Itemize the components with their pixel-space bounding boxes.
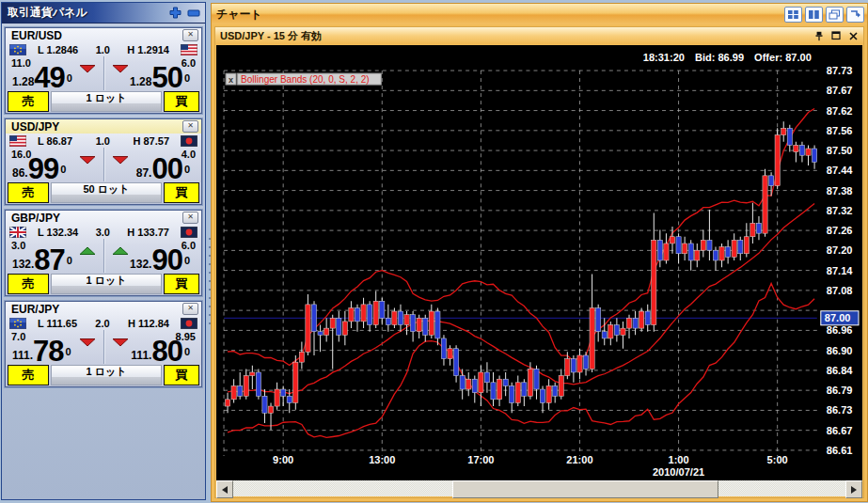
bid-prefix: 86. (12, 165, 28, 181)
pair-panel-eur-usd: EUR/USD✕L 1.28461.0H 1.291411.01.284906.… (5, 27, 202, 114)
bid-price-area[interactable]: 16.086.990 (6, 148, 104, 181)
svg-text:21:00: 21:00 (566, 454, 592, 465)
add-pair-button[interactable] (167, 7, 182, 20)
bid-big-digits: 99 (28, 157, 58, 181)
svg-text:86.90: 86.90 (827, 345, 853, 356)
buy-button[interactable]: 買 (164, 274, 199, 294)
svg-text:87.14: 87.14 (827, 265, 853, 276)
svg-text:86.73: 86.73 (827, 404, 853, 416)
lot-selector[interactable]: 1 ロット (51, 91, 162, 112)
ask-big-digits: 50 (151, 66, 181, 90)
scroll-right-button[interactable] (845, 480, 862, 498)
chart-child-titlebar: USD/JPY - 15 分 有効 (215, 27, 863, 44)
svg-text:17:00: 17:00 (467, 454, 494, 465)
chart-child-title: USD/JPY - 15 分 有効 (215, 29, 813, 43)
svg-text:87.50: 87.50 (827, 145, 853, 156)
ask-arrow-icon (112, 151, 129, 161)
pair-close-icon[interactable]: ✕ (182, 212, 198, 224)
lot-label: 1 ロット (52, 366, 161, 377)
chart-titlebar: チャート (212, 4, 867, 24)
svg-text:87.26: 87.26 (827, 225, 853, 236)
scroll-left-button[interactable] (216, 480, 233, 498)
close-icon[interactable] (846, 30, 860, 42)
price-chart[interactable]: 87.7387.6787.6287.5687.5087.4487.3887.32… (216, 45, 862, 480)
lot-selector[interactable]: 1 ロット (51, 274, 162, 294)
pair-price-row: 11.01.284906.01.28500 (6, 56, 201, 90)
lot-selector-track[interactable] (52, 195, 161, 202)
lot-selector-track[interactable] (52, 103, 161, 111)
collapse-panel-button[interactable] (186, 7, 201, 20)
sell-button[interactable]: 売 (8, 274, 49, 294)
low-price-label: L 111.65 (38, 318, 77, 329)
lot-selector-track[interactable] (52, 377, 161, 385)
pair-panel-eur-jpy: EUR/JPY✕L 111.652.0H 112.847.0111.7808.9… (5, 301, 202, 387)
svg-text:86.61: 86.61 (827, 445, 853, 456)
pair-actions-row: 売1 ロット買 (6, 91, 201, 112)
chart-hscrollbar[interactable] (216, 480, 862, 496)
pin-icon[interactable] (813, 30, 826, 42)
pair-price-row: 3.0132.8706.0132.900 (6, 239, 201, 273)
tile-vertical-icon[interactable] (805, 7, 823, 23)
pair-info-row: L 111.652.0H 112.84 (6, 316, 201, 330)
bid-big-digits: 78 (33, 339, 63, 364)
svg-text:9:00: 9:00 (273, 454, 293, 465)
lot-selector[interactable]: 50 ロット (51, 182, 162, 203)
pair-close-icon[interactable]: ✕ (182, 29, 198, 41)
trade-panel-titlebar: 取引通貨パネル (2, 3, 205, 24)
buy-button[interactable]: 買 (164, 182, 199, 203)
ask-arrow-icon (112, 60, 129, 70)
ask-price-area[interactable]: 6.0132.900 (104, 239, 202, 273)
change-label: 1.0 (72, 135, 133, 147)
lot-selector[interactable]: 1 ロット (51, 365, 162, 385)
low-price-label: L 86.87 (38, 135, 72, 147)
buy-button[interactable]: 買 (164, 91, 199, 112)
pair-list: EUR/USD✕L 1.28461.0H 1.291411.01.284906.… (5, 27, 202, 392)
pair-close-icon[interactable]: ✕ (182, 303, 198, 315)
bid-arrow-icon (79, 151, 96, 161)
tile-grid-icon[interactable] (784, 7, 802, 23)
arrange-icon[interactable] (846, 7, 864, 23)
lot-selector-track[interactable] (52, 286, 161, 293)
pair-info-row: L 132.343.0H 133.77 (6, 225, 201, 239)
sell-button[interactable]: 売 (8, 365, 49, 385)
lot-label: 1 ロット (52, 92, 161, 103)
ask-big-digits: 00 (151, 157, 181, 181)
svg-text:1:00: 1:00 (669, 454, 689, 465)
flag-left-icon (9, 135, 26, 147)
svg-text:87.38: 87.38 (827, 185, 853, 196)
bid-price-area[interactable]: 3.0132.870 (6, 239, 104, 273)
pair-header[interactable]: EUR/JPY✕ (6, 302, 201, 316)
ask-price-area[interactable]: 4.087.000 (104, 148, 202, 181)
svg-text:87.32: 87.32 (827, 205, 853, 216)
high-price-label: H 87.57 (133, 135, 169, 147)
pair-actions-row: 売1 ロット買 (6, 365, 201, 385)
plus-icon (169, 7, 181, 19)
bid-arrow-icon (79, 334, 96, 343)
pair-header[interactable]: EUR/USD✕ (6, 28, 201, 42)
ask-prefix: 132. (130, 256, 151, 273)
svg-text:87.56: 87.56 (827, 125, 853, 136)
sell-button[interactable]: 売 (8, 182, 49, 203)
pair-close-icon[interactable]: ✕ (182, 120, 198, 133)
svg-text:87.08: 87.08 (827, 285, 853, 296)
buy-button[interactable]: 買 (164, 365, 199, 385)
scroll-thumb[interactable] (452, 480, 719, 498)
left-arrow-icon (222, 486, 228, 494)
change-label: 2.0 (77, 318, 128, 329)
time-axis: 9:0013:0017:0021:001:002010/07/215:00 (273, 454, 788, 478)
flag-right-icon (181, 135, 197, 147)
svg-text:5:00: 5:00 (767, 454, 788, 465)
trade-currency-panel: 取引通貨パネル EUR/USD✕L 1.28461.0H 1.291411.01… (1, 2, 206, 500)
svg-text:87.00: 87.00 (825, 312, 851, 323)
bid-price-area[interactable]: 11.01.28490 (6, 56, 104, 90)
cascade-icon[interactable] (826, 7, 844, 23)
ask-price-area[interactable]: 8.95111.800 (104, 330, 202, 364)
chart-window: チャート USD/JPY - 15 分 有効 (211, 3, 868, 502)
bid-arrow-icon (79, 60, 96, 70)
bid-price-area[interactable]: 7.0111.780 (6, 330, 104, 364)
pair-header[interactable]: GBP/JPY✕ (6, 211, 201, 225)
pair-header[interactable]: USD/JPY✕ (6, 119, 201, 134)
sell-button[interactable]: 売 (8, 91, 49, 112)
ask-price-area[interactable]: 6.01.28500 (104, 56, 202, 90)
maximize-icon[interactable] (829, 30, 843, 42)
